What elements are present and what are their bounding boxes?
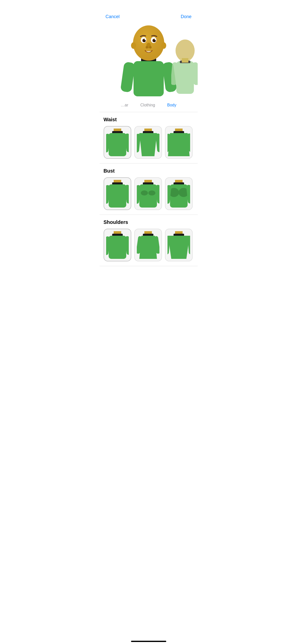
eye-shine-left — [145, 39, 146, 40]
bust-section: Bust — [100, 164, 198, 215]
nostril-left — [146, 46, 148, 49]
waist-option-1[interactable] — [104, 126, 131, 159]
waist-svg-3 — [167, 129, 190, 156]
bust-svg-3 — [167, 180, 190, 208]
waist-svg-1 — [106, 129, 129, 156]
waist-option-2[interactable] — [134, 126, 162, 159]
nostril-right — [149, 46, 152, 49]
shoulders-section: Shoulders — [100, 215, 198, 266]
shoulder-svg-3 — [167, 231, 190, 259]
shoulders-options — [104, 229, 194, 266]
tab-eyewear[interactable]: …ar — [120, 101, 129, 109]
avatar-preview — [100, 23, 198, 99]
svg-rect-2 — [109, 133, 126, 156]
svg-rect-34 — [109, 236, 126, 259]
ear-left — [131, 42, 136, 49]
tab-clothing[interactable]: Clothing — [139, 101, 156, 109]
svg-point-21 — [141, 190, 148, 195]
svg-rect-20 — [139, 184, 157, 208]
svg-rect-15 — [109, 184, 126, 208]
tab-body[interactable]: Body — [166, 101, 177, 109]
shoulder-option-3[interactable] — [165, 229, 193, 261]
bust-option-3[interactable] — [165, 177, 193, 210]
bust-svg-1 — [106, 180, 129, 208]
bust-title: Bust — [104, 168, 194, 174]
shoulder-svg-2 — [137, 231, 159, 259]
ear-right — [161, 42, 166, 49]
done-button[interactable]: Done — [181, 14, 191, 19]
side-neck — [182, 58, 188, 63]
bust-option-1[interactable] — [104, 177, 131, 210]
svg-rect-7 — [137, 134, 141, 152]
bust-option-2[interactable] — [134, 177, 162, 210]
shoulder-option-1[interactable] — [104, 229, 131, 261]
side-torso — [176, 61, 194, 94]
waist-options — [104, 126, 194, 163]
tab-bar: …ar Clothing Body — [100, 101, 198, 112]
waist-section: Waist — [100, 112, 198, 164]
waist-option-3[interactable] — [165, 126, 193, 159]
avatar-side — [171, 38, 198, 94]
bust-options — [104, 177, 194, 215]
header: Cancel Done — [100, 0, 198, 23]
torso-body — [134, 61, 164, 96]
sections-container: Waist — [100, 112, 198, 274]
svg-point-22 — [148, 190, 155, 195]
svg-rect-8 — [155, 133, 159, 152]
shoulder-svg-1 — [106, 231, 129, 259]
waist-title: Waist — [104, 117, 194, 123]
bust-svg-2 — [137, 180, 159, 208]
waist-svg-2 — [137, 129, 159, 156]
cancel-button[interactable]: Cancel — [106, 14, 120, 19]
shoulders-title: Shoulders — [104, 219, 194, 225]
avatar-main — [118, 23, 179, 96]
shoulder-option-2[interactable] — [134, 229, 162, 261]
arm-left — [120, 62, 135, 93]
eye-shine-right — [155, 39, 156, 40]
